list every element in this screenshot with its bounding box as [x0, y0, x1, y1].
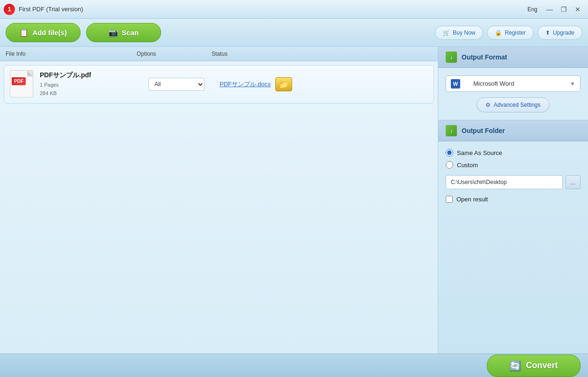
- file-panel: File Info Options Status PDF PDFサンプル.pdf…: [0, 47, 438, 354]
- folder-section-icon: ↓: [450, 127, 453, 134]
- output-folder-icon: ↓: [446, 125, 457, 136]
- register-icon: 🔒: [495, 30, 502, 36]
- restore-icon: ❐: [561, 6, 567, 13]
- add-files-icon: 📋: [19, 28, 29, 37]
- open-result-label: Open result: [456, 196, 488, 203]
- add-files-label: Add file(s): [32, 29, 66, 37]
- register-label: Register: [505, 30, 526, 36]
- add-files-button[interactable]: 📋 Add file(s): [6, 23, 81, 42]
- output-format-title: Output Format: [462, 53, 507, 61]
- upgrade-icon: ⬆: [545, 30, 550, 36]
- folder-radio-group: Same As Source Custom: [446, 149, 581, 169]
- download-icon: ↓: [450, 54, 453, 60]
- file-options: All Custom: [148, 78, 214, 91]
- convert-icon: 🔄: [509, 360, 521, 371]
- word-letter: W: [453, 81, 458, 87]
- folder-path-input[interactable]: [446, 175, 563, 189]
- output-folder-title: Output Folder: [462, 127, 505, 134]
- bottom-bar: 🔄 Convert: [0, 354, 588, 377]
- buy-now-icon: 🛒: [443, 30, 450, 36]
- output-folder-content: Same As Source Custom ... Open result: [438, 141, 588, 210]
- same-as-source-option[interactable]: Same As Source: [446, 149, 581, 156]
- custom-folder-radio[interactable]: [446, 161, 453, 169]
- col-header-file-info: File Info: [0, 51, 131, 57]
- output-format-section: ↓ Output Format W Microsoft Word ▼: [438, 47, 588, 120]
- output-format-content: W Microsoft Word ▼ ⚙ Advanced Settings: [438, 68, 588, 120]
- open-result-checkbox[interactable]: [446, 196, 453, 203]
- advanced-settings-button[interactable]: ⚙ Advanced Settings: [477, 97, 549, 112]
- custom-folder-option[interactable]: Custom: [446, 161, 581, 169]
- custom-folder-label: Custom: [457, 162, 478, 169]
- format-label: Microsoft Word: [473, 80, 514, 87]
- path-row: ...: [446, 175, 581, 189]
- right-panel: ↓ Output Format W Microsoft Word ▼: [438, 47, 588, 354]
- main-content: File Info Options Status PDF PDFサンプル.pdf…: [0, 47, 588, 354]
- titlebar: 1 First PDF (Trial version) Eng — ❐ ✕: [0, 0, 588, 19]
- pages-select[interactable]: All Custom: [148, 78, 205, 91]
- file-output: PDFサンプル.docx 📁: [220, 77, 428, 91]
- table-row: PDF PDFサンプル.pdf 1 Pages 284 KB All Custo…: [4, 65, 434, 103]
- convert-button[interactable]: 🔄 Convert: [487, 355, 581, 377]
- output-folder-header: ↓ Output Folder: [438, 120, 588, 141]
- dropdown-arrow-icon: ▼: [570, 81, 575, 87]
- scan-icon: 📷: [109, 28, 118, 37]
- output-folder-section: ↓ Output Folder Same As Source Custom: [438, 120, 588, 210]
- browse-button[interactable]: ...: [566, 175, 581, 189]
- pdf-icon-fold: [27, 71, 33, 76]
- minimize-icon: —: [546, 6, 553, 13]
- scan-button[interactable]: 📷 Scan: [86, 23, 161, 42]
- word-icon: W: [451, 79, 460, 89]
- app-logo: 1: [4, 4, 15, 15]
- file-info: PDFサンプル.pdf 1 Pages 284 KB: [40, 71, 143, 97]
- col-header-options: Options: [131, 51, 206, 57]
- upgrade-button[interactable]: ⬆ Upgrade: [537, 26, 582, 40]
- open-folder-button[interactable]: 📁: [275, 77, 292, 91]
- pdf-icon-body: PDF: [10, 70, 33, 97]
- folder-icon: 📁: [279, 80, 288, 89]
- file-icon: PDF: [10, 70, 34, 98]
- buy-now-button[interactable]: 🛒 Buy Now: [435, 26, 483, 40]
- format-dropdown[interactable]: W Microsoft Word ▼: [446, 75, 581, 92]
- column-headers: File Info Options Status: [0, 47, 438, 61]
- output-format-header: ↓ Output Format: [438, 47, 588, 68]
- scan-label: Scan: [122, 29, 139, 37]
- output-file-link[interactable]: PDFサンプル.docx: [220, 80, 271, 89]
- window-close-button[interactable]: ✕: [571, 3, 584, 16]
- app-title: First PDF (Trial version): [19, 6, 528, 13]
- col-header-status: Status: [206, 51, 438, 57]
- same-as-source-label: Same As Source: [457, 149, 502, 156]
- window-minimize-button[interactable]: —: [543, 3, 556, 16]
- gear-icon: ⚙: [485, 102, 491, 108]
- convert-label: Convert: [526, 361, 558, 370]
- format-select-container: W Microsoft Word ▼: [446, 75, 581, 92]
- advanced-settings-label: Advanced Settings: [493, 102, 540, 108]
- file-name: PDFサンプル.pdf: [40, 71, 143, 80]
- file-list: PDF PDFサンプル.pdf 1 Pages 284 KB All Custo…: [0, 61, 438, 354]
- toolbar-right-buttons: 🛒 Buy Now 🔒 Register ⬆ Upgrade: [435, 26, 582, 40]
- register-button[interactable]: 🔒 Register: [487, 26, 534, 40]
- file-size: 284 KB: [40, 89, 143, 98]
- file-pages: 1 Pages: [40, 81, 143, 89]
- lang-selector[interactable]: Eng: [528, 6, 537, 13]
- upgrade-label: Upgrade: [553, 30, 574, 36]
- close-icon: ✕: [575, 6, 581, 13]
- open-result-option[interactable]: Open result: [446, 196, 581, 203]
- same-as-source-radio[interactable]: [446, 149, 453, 156]
- window-restore-button[interactable]: ❐: [557, 3, 570, 16]
- pdf-icon-badge: PDF: [12, 77, 26, 85]
- buy-now-label: Buy Now: [453, 30, 475, 36]
- output-format-icon: ↓: [446, 52, 457, 63]
- toolbar: 📋 Add file(s) 📷 Scan 🛒 Buy Now 🔒 Registe…: [0, 19, 588, 47]
